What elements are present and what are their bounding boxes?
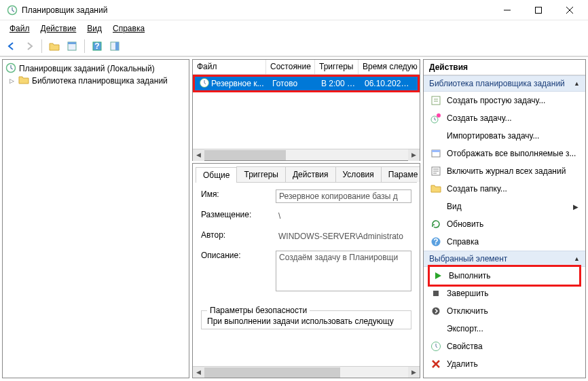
task-list-hscroll[interactable]: ◀ ▶ bbox=[193, 149, 420, 160]
col-state[interactable]: Состояние bbox=[266, 60, 315, 74]
scroll-left-icon[interactable]: ◀ bbox=[193, 367, 204, 378]
scroll-thumb[interactable] bbox=[204, 367, 340, 378]
folder-icon bbox=[18, 75, 29, 88]
menu-file[interactable]: Файл bbox=[4, 22, 35, 35]
collapse-icon: ▲ bbox=[574, 80, 580, 87]
close-button[interactable] bbox=[554, 0, 585, 20]
field-location-value: \ bbox=[276, 210, 411, 223]
action-enable-history[interactable]: Включить журнал всех заданий bbox=[424, 162, 585, 180]
tab-actions[interactable]: Действия bbox=[285, 166, 336, 182]
refresh-icon bbox=[430, 219, 441, 230]
action-label: Создать простую задачу... bbox=[447, 96, 545, 105]
action-label: Создать задачу... bbox=[447, 113, 512, 123]
action-label: Экспорт... bbox=[447, 324, 483, 333]
task-row[interactable]: Резервное к... Готово В 2:00 к... 06.10.… bbox=[195, 77, 418, 90]
tree-child-label: Библиотека планировщика заданий bbox=[32, 76, 168, 86]
import-icon bbox=[430, 130, 441, 141]
action-disable[interactable]: Отключить bbox=[424, 302, 585, 320]
tree-pane: Планировщик заданий (Локальный) ▷ Библио… bbox=[2, 59, 189, 378]
scroll-right-icon[interactable]: ▶ bbox=[408, 149, 420, 161]
action-create-basic-task[interactable]: Создать простую задачу... bbox=[424, 92, 585, 109]
back-button[interactable] bbox=[4, 39, 19, 54]
task-state: Готово bbox=[268, 77, 317, 90]
col-trigger[interactable]: Триггеры bbox=[315, 60, 359, 74]
security-text: При выполнении задачи использовать следу… bbox=[207, 316, 405, 326]
task-list: Файл Состояние Триггеры Время следую Рез… bbox=[192, 59, 420, 161]
action-create-task[interactable]: Создать задачу... bbox=[424, 109, 585, 127]
action-help[interactable]: ? Справка bbox=[424, 233, 585, 251]
chevron-right-icon: ▶ bbox=[573, 203, 578, 211]
menu-view[interactable]: Вид bbox=[81, 22, 107, 35]
maximize-button[interactable] bbox=[523, 0, 554, 20]
group-label: Библиотека планировщика заданий bbox=[429, 79, 565, 88]
menu-action[interactable]: Действие bbox=[35, 22, 82, 35]
toolbar-help-button[interactable]: ? bbox=[90, 39, 105, 54]
window-title: Планировщик заданий bbox=[22, 5, 492, 15]
action-label: Удалить bbox=[447, 359, 478, 369]
toolbar: ? bbox=[0, 37, 588, 56]
properties-icon bbox=[430, 341, 441, 352]
tab-conditions[interactable]: Условия bbox=[335, 166, 382, 182]
action-import-task[interactable]: Импортировать задачу... bbox=[424, 127, 585, 145]
run-highlight: Выполнить bbox=[428, 265, 581, 287]
field-location-label: Размещение: bbox=[201, 210, 276, 219]
toolbar-pane-button[interactable] bbox=[107, 39, 122, 54]
action-end[interactable]: Завершить bbox=[424, 285, 585, 302]
svg-text:?: ? bbox=[433, 237, 438, 247]
toolbar-separator bbox=[41, 39, 42, 53]
action-new-folder[interactable]: Создать папку... bbox=[424, 180, 585, 198]
play-icon bbox=[433, 270, 443, 281]
task-trigger: В 2:00 к... bbox=[317, 77, 361, 90]
tree-child[interactable]: ▷ Библиотека планировщика заданий bbox=[5, 75, 186, 87]
tab-settings[interactable]: Параме bbox=[381, 166, 420, 182]
detail-hscroll[interactable]: ◀ ▶ bbox=[193, 366, 420, 378]
field-description-value[interactable]: Создаём задачу в Планировщи bbox=[276, 251, 411, 291]
action-export[interactable]: Экспорт... bbox=[424, 320, 585, 338]
action-refresh[interactable]: Обновить bbox=[424, 215, 585, 233]
svg-rect-15 bbox=[432, 150, 440, 152]
tab-general[interactable]: Общие bbox=[196, 167, 237, 183]
clock-icon bbox=[5, 62, 16, 75]
actions-pane: Действия Библиотека планировщика заданий… bbox=[423, 59, 586, 378]
help-icon: ? bbox=[430, 236, 441, 247]
field-name-value[interactable]: Резервное копирование базы д bbox=[276, 189, 411, 203]
security-legend: Параметры безопасности bbox=[207, 306, 310, 315]
svg-text:?: ? bbox=[94, 41, 99, 51]
action-delete[interactable]: Удалить bbox=[424, 355, 585, 373]
actions-group-library[interactable]: Библиотека планировщика заданий ▲ bbox=[424, 75, 585, 92]
folder-icon bbox=[430, 183, 441, 194]
field-name-label: Имя: bbox=[201, 189, 276, 199]
security-group: Параметры безопасности При выполнении за… bbox=[201, 310, 411, 329]
menubar: Файл Действие Вид Справка bbox=[0, 20, 588, 37]
minimize-button[interactable] bbox=[492, 0, 523, 20]
action-display-running[interactable]: Отображать все выполняемые з... bbox=[424, 145, 585, 162]
field-description-label: Описание: bbox=[201, 251, 276, 260]
detail-pane: Общие Триггеры Действия Условия Параме ◀… bbox=[192, 163, 420, 378]
action-run[interactable]: Выполнить bbox=[430, 267, 579, 285]
forward-button[interactable] bbox=[22, 39, 37, 54]
scroll-thumb[interactable] bbox=[204, 150, 286, 160]
scroll-right-icon[interactable]: ▶ bbox=[408, 367, 420, 378]
titlebar: Планировщик заданий bbox=[0, 0, 588, 20]
tree-root[interactable]: Планировщик заданий (Локальный) bbox=[5, 62, 186, 75]
middle-pane: Файл Состояние Триггеры Время следую Рез… bbox=[192, 59, 420, 378]
col-next[interactable]: Время следую bbox=[359, 60, 420, 74]
expand-icon[interactable]: ▷ bbox=[8, 77, 16, 84]
toolbar-properties-button[interactable] bbox=[65, 39, 79, 54]
task-icon bbox=[430, 113, 441, 124]
action-view[interactable]: Вид ▶ bbox=[424, 198, 585, 215]
col-file[interactable]: Файл bbox=[193, 60, 266, 74]
menu-help[interactable]: Справка bbox=[107, 22, 150, 35]
action-label: Обновить bbox=[447, 219, 483, 229]
action-properties[interactable]: Свойства bbox=[424, 338, 585, 355]
collapse-icon: ▲ bbox=[574, 255, 580, 262]
tab-triggers[interactable]: Триггеры bbox=[236, 166, 286, 182]
scroll-left-icon[interactable]: ◀ bbox=[193, 149, 204, 161]
task-row-highlight: Резервное к... Готово В 2:00 к... 06.10.… bbox=[193, 75, 420, 92]
toolbar-folder-button[interactable] bbox=[47, 39, 62, 54]
detail-body: Имя: Резервное копирование базы д Размещ… bbox=[193, 183, 420, 305]
view-icon bbox=[430, 201, 441, 212]
action-label: Выполнить bbox=[449, 271, 491, 280]
toolbar-separator bbox=[84, 39, 85, 53]
action-label: Отображать все выполняемые з... bbox=[447, 149, 576, 158]
